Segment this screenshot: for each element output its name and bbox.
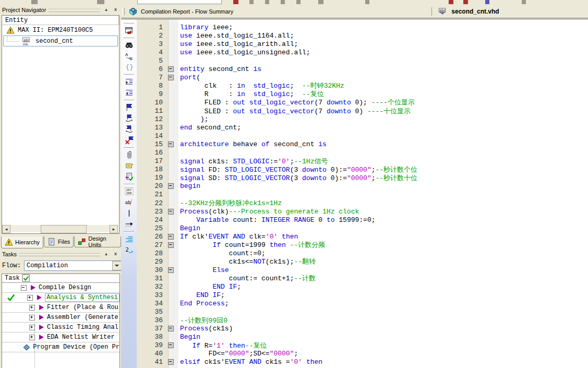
task-row[interactable]: EDA Netlist Writer xyxy=(2,333,119,342)
toolbar-separator xyxy=(124,147,134,148)
fold-cell[interactable] xyxy=(163,209,178,215)
tasks-titlebar[interactable]: Tasks ▴ x xyxy=(0,250,121,258)
task-row[interactable]: Analysis & Synthesi xyxy=(2,293,119,303)
pn-tab-design-units[interactable]: Design Units xyxy=(74,236,121,247)
fold-collapse-icon[interactable] xyxy=(168,359,174,365)
fold-cell[interactable] xyxy=(163,242,178,248)
pn-tab-hierarchy[interactable]: Hierarchy xyxy=(1,236,43,248)
paperclip-icon[interactable] xyxy=(123,149,135,160)
fold-cell[interactable] xyxy=(163,359,178,365)
fold-cell[interactable] xyxy=(163,267,178,273)
outdent-icon[interactable] xyxy=(123,87,135,98)
task-row[interactable]: Program Device (Open Pr xyxy=(2,342,119,352)
fold-collapse-icon[interactable] xyxy=(168,183,174,189)
scroll-left-button[interactable]: ◄ xyxy=(2,225,10,233)
code-line: 18signal FD: STD_LOGIC_VECTOR(3 downto 0… xyxy=(137,165,588,174)
fold-cell[interactable] xyxy=(163,234,178,240)
task-row[interactable]: Fitter (Place & Rou xyxy=(2,303,119,313)
task-row[interactable]: Classic Timing Anal xyxy=(2,323,119,333)
entity-tree-item[interactable]: MAX II: EPM240T100C5 xyxy=(2,25,119,35)
code-line: 11 SLED : out std_logic_vector(7 downto … xyxy=(137,106,588,115)
line-number: 8 xyxy=(137,82,163,90)
toolbar-separator xyxy=(124,231,134,232)
fold-cell[interactable] xyxy=(163,141,178,147)
task-row[interactable]: Assembler (Generate xyxy=(2,313,119,323)
clipped-toolbar-fragment xyxy=(249,0,254,4)
fold-collapse-icon[interactable] xyxy=(168,342,174,348)
fold-cell[interactable] xyxy=(163,326,178,331)
fold-collapse-icon[interactable] xyxy=(168,75,174,80)
code-text: end second_cnt; xyxy=(178,124,241,132)
vertical-bar-icon[interactable] xyxy=(123,208,135,219)
collapse-button[interactable]: ▴ xyxy=(103,6,110,13)
line-number: 21 xyxy=(137,191,163,198)
collapse-icon[interactable] xyxy=(21,285,27,291)
titlebar-grab-handle[interactable] xyxy=(19,253,100,256)
bookmark-next-icon[interactable] xyxy=(123,113,135,124)
fold-collapse-icon[interactable] xyxy=(168,141,174,147)
indent-icon[interactable] xyxy=(123,76,135,87)
fold-collapse-icon[interactable] xyxy=(168,242,174,248)
fold-cell[interactable] xyxy=(163,342,178,348)
close-button[interactable]: x xyxy=(112,6,119,13)
horizontal-scrollbar[interactable]: ◄ ► xyxy=(2,225,118,232)
flow-dropdown-button[interactable] xyxy=(112,261,122,270)
tab-compilation-report[interactable]: Compilation Report - Flow Summary xyxy=(125,5,237,18)
bookmark-toggle-icon[interactable] xyxy=(123,102,135,113)
comment-icon[interactable] xyxy=(123,160,135,171)
flow-combobox[interactable]: Compilation xyxy=(24,260,122,271)
fold-collapse-icon[interactable] xyxy=(168,267,174,273)
pn-tab-files[interactable]: Files xyxy=(44,236,74,247)
line-number: 16 xyxy=(137,149,163,157)
find-icon[interactable] xyxy=(123,40,135,51)
scroll-right-button[interactable]: ► xyxy=(110,225,118,233)
replace-icon[interactable]: AB xyxy=(123,51,135,62)
syntax-check-icon[interactable] xyxy=(123,171,135,182)
task-column-header[interactable]: Task xyxy=(2,274,119,283)
undo-2-icon[interactable]: 2 xyxy=(123,244,135,255)
fold-cell[interactable] xyxy=(163,66,178,72)
fold-collapse-icon[interactable] xyxy=(168,326,174,331)
bookmark-clear-icon[interactable] xyxy=(123,135,135,146)
indent-guides-icon[interactable] xyxy=(123,233,135,244)
code-text: If clk'EVENT AND clk='0' then xyxy=(178,233,298,241)
task-row[interactable]: Compile Design xyxy=(2,283,119,293)
tasks-title: Tasks xyxy=(2,251,17,257)
task-label: Classic Timing Anal xyxy=(47,324,118,331)
collapse-button[interactable]: ▴ xyxy=(103,251,110,257)
project-navigator-titlebar[interactable]: Project Navigator ▴ x xyxy=(0,5,121,14)
task-check-icon xyxy=(22,274,30,282)
tab-arrow-icon[interactable] xyxy=(123,219,135,230)
code-line: 13end second_cnt; xyxy=(137,124,588,132)
code-line: 16 xyxy=(137,149,588,157)
entity-tree[interactable]: Entity MAX II: EPM240T100C5abcVHDsecond_… xyxy=(2,15,119,234)
braces-icon[interactable]: {} xyxy=(123,62,135,73)
entity-column-header[interactable]: Entity xyxy=(2,16,119,25)
code-line: 41elsif ck1s'EVENT AND ck1s ='0' then xyxy=(137,358,588,366)
bookmark-prev-icon[interactable] xyxy=(123,124,135,135)
fold-collapse-icon[interactable] xyxy=(168,66,174,72)
expand-icon[interactable] xyxy=(29,305,35,311)
scrollbar-thumb[interactable] xyxy=(41,225,87,233)
fold-cell[interactable] xyxy=(163,75,178,80)
expand-icon[interactable] xyxy=(29,315,35,320)
word-delimiter-icon[interactable]: ab xyxy=(123,197,135,208)
svg-text:2: 2 xyxy=(125,246,128,253)
fold-collapse-icon[interactable] xyxy=(168,234,174,240)
expand-icon[interactable] xyxy=(29,335,35,340)
task-table[interactable]: Task Compile DesignAnalysis & SynthesiFi… xyxy=(2,274,120,368)
tab-second-cnt-vhd[interactable]: abc second_cnt.vhd xyxy=(433,5,503,18)
fold-cell[interactable] xyxy=(163,183,178,189)
code-editor[interactable]: 1library ieee;2use ieee.std_logic_1164.a… xyxy=(137,19,588,368)
expand-icon[interactable] xyxy=(29,325,35,330)
fold-collapse-icon[interactable] xyxy=(168,209,174,215)
expand-icon[interactable] xyxy=(27,295,33,301)
close-button[interactable]: x xyxy=(112,251,119,257)
titlebar-grab-handle[interactable] xyxy=(49,9,100,12)
code-line: 36--计数到99回0 xyxy=(137,316,588,325)
entity-tree-item[interactable]: abcVHDsecond_cnt xyxy=(3,35,118,46)
line-number: 12 xyxy=(137,115,163,123)
window-icon[interactable] xyxy=(123,25,135,36)
line-numbers-icon[interactable]: 267268 xyxy=(123,186,135,197)
code-text: ck1s<=NOT(ck1s);--翻转 xyxy=(178,257,316,266)
